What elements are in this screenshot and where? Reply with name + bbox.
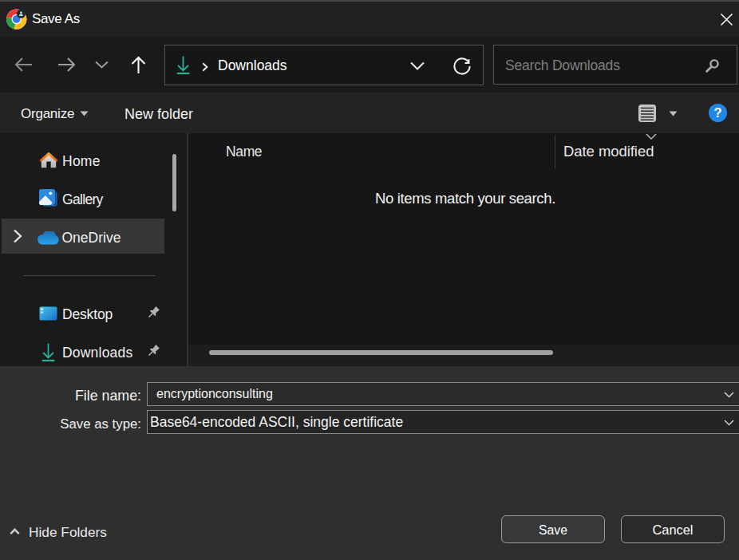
- svg-text:?: ?: [713, 105, 721, 120]
